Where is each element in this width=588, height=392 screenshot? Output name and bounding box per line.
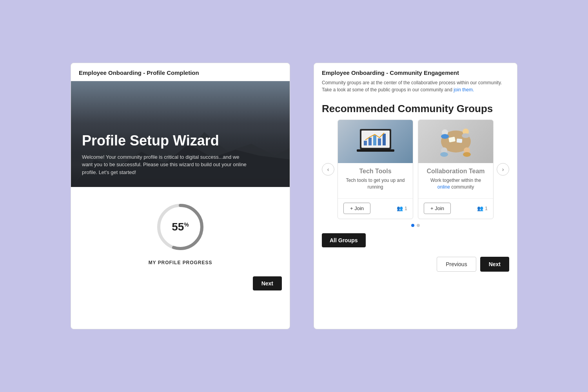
- collaboration-image: [418, 120, 493, 163]
- next-button-right[interactable]: Next: [480, 257, 509, 272]
- previous-button[interactable]: Previous: [437, 257, 476, 272]
- collaboration-name: Collaboration Team: [424, 168, 488, 175]
- carousel-dot-2[interactable]: [417, 224, 420, 227]
- svg-rect-20: [456, 138, 462, 143]
- svg-point-18: [463, 152, 471, 157]
- hero-text: Profile Setup Wizard Welcome! Your commu…: [82, 133, 279, 176]
- right-card-description: Community groups are at the center of th…: [322, 79, 509, 93]
- groups-container: Tech Tools Tech tools to get you up and …: [334, 120, 497, 219]
- svg-rect-7: [378, 138, 381, 145]
- join-link[interactable]: join them.: [454, 87, 474, 93]
- progress-section: 55% MY PROFILE PROGRESS: [71, 187, 290, 273]
- section-heading: Recommended Community Groups: [314, 96, 517, 120]
- right-card-header: Employee Onboarding - Community Engageme…: [314, 63, 517, 96]
- all-groups-section: All Groups: [314, 230, 517, 254]
- next-button-left[interactable]: Next: [253, 276, 282, 290]
- group-card-tech-tools: Tech Tools Tech tools to get you up and …: [338, 120, 413, 219]
- collaboration-body: Collaboration Team Work together within …: [418, 163, 493, 195]
- group-card-collaboration: Collaboration Team Work together within …: [418, 120, 494, 219]
- tech-tools-desc: Tech tools to get you up and running: [343, 177, 407, 191]
- svg-point-16: [440, 152, 448, 157]
- svg-point-14: [462, 133, 470, 138]
- tech-tools-illustration: [356, 126, 395, 157]
- collaboration-member-count: 👥 1: [477, 205, 488, 211]
- online-link[interactable]: online: [437, 184, 450, 190]
- people-icon-collab: 👥: [477, 205, 483, 211]
- carousel-dots: [314, 219, 517, 230]
- collaboration-illustration: [436, 124, 475, 159]
- svg-rect-5: [368, 138, 372, 145]
- collaboration-footer: + Join 👥 1: [418, 198, 493, 219]
- left-card-footer: Next: [71, 273, 290, 297]
- hero-image: Profile Setup Wizard Welcome! Your commu…: [71, 81, 290, 187]
- left-card: Employee Onboarding - Profile Completion…: [71, 63, 290, 329]
- tech-tools-name: Tech Tools: [343, 168, 407, 175]
- tech-tools-join-button[interactable]: + Join: [343, 203, 370, 214]
- tech-tools-image: [338, 120, 413, 163]
- right-card-title: Employee Onboarding - Community Engageme…: [322, 69, 509, 76]
- collaboration-join-button[interactable]: + Join: [424, 203, 451, 214]
- svg-rect-9: [357, 149, 394, 152]
- svg-rect-8: [383, 134, 386, 145]
- progress-value: 55%: [172, 221, 189, 233]
- hero-title: Profile Setup Wizard: [82, 133, 279, 149]
- svg-rect-6: [373, 135, 376, 145]
- right-card: Employee Onboarding - Community Engageme…: [314, 63, 517, 329]
- carousel-dot-1[interactable]: [411, 224, 414, 227]
- svg-rect-4: [364, 141, 367, 145]
- left-card-title: Employee Onboarding - Profile Completion: [71, 63, 290, 81]
- progress-label: MY PROFILE PROGRESS: [149, 260, 212, 265]
- tech-tools-body: Tech Tools Tech tools to get you up and …: [338, 163, 413, 195]
- progress-circle: 55%: [153, 200, 208, 254]
- people-icon: 👥: [397, 205, 403, 211]
- all-groups-button[interactable]: All Groups: [322, 233, 366, 247]
- carousel-prev-arrow[interactable]: ‹: [322, 163, 334, 176]
- hero-description: Welcome! Your community profile is criti…: [82, 153, 250, 176]
- right-card-footer: Previous Next: [314, 254, 517, 273]
- groups-carousel: ‹: [319, 120, 512, 219]
- collaboration-desc: Work together within the online communit…: [424, 177, 488, 191]
- svg-point-12: [441, 134, 449, 139]
- tech-tools-footer: + Join 👥 1: [338, 198, 413, 219]
- carousel-next-arrow[interactable]: ›: [497, 163, 509, 176]
- tech-tools-member-count: 👥 1: [397, 205, 407, 211]
